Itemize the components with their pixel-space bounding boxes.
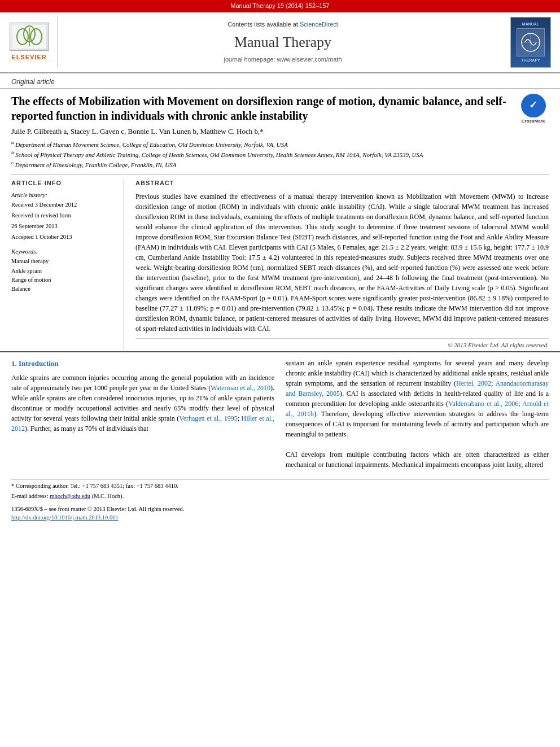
abstract-heading: ABSTRACT bbox=[135, 179, 549, 188]
article-type: Original article bbox=[11, 78, 55, 86]
received-date: Received 3 December 2012 bbox=[11, 200, 116, 209]
article-info-abstract-section: ARTICLE INFO Article history: Received 3… bbox=[11, 174, 549, 350]
keywords-section: Keywords: Manual therapy Ankle sprain Ra… bbox=[11, 247, 116, 294]
sciencedirect-link: Contents lists available at ScienceDirec… bbox=[228, 20, 338, 29]
history-label: Article history: bbox=[11, 191, 116, 199]
affiliation-b: b School of Physical Therapy and Athleti… bbox=[11, 150, 549, 159]
keyword-2: Ankle sprain bbox=[11, 267, 116, 275]
email-link[interactable]: mhoch@odu.edu bbox=[50, 493, 90, 499]
body-left-col: 1. Introduction Ankle sprains are common… bbox=[11, 358, 274, 470]
body-section: 1. Introduction Ankle sprains are common… bbox=[0, 351, 560, 475]
top-banner: ELSEVIER Contents lists available at Sci… bbox=[0, 12, 560, 73]
elsevier-brand-text: ELSEVIER bbox=[11, 53, 46, 62]
footnote-email: E-mail address: mhoch@odu.edu (M.C. Hoch… bbox=[11, 492, 549, 500]
affiliation-b-text: School of Physical Therapy and Athletic … bbox=[14, 151, 423, 158]
journal-header-bar: Manual Therapy 19 (2014) 152–157 bbox=[0, 0, 560, 12]
issn-text: 1356-689X/$ – see front matter © 2013 El… bbox=[11, 505, 549, 513]
doi-anchor[interactable]: http://dx.doi.org/10.1016/j.math.2013.10… bbox=[11, 514, 119, 521]
doi-link: http://dx.doi.org/10.1016/j.math.2013.10… bbox=[11, 513, 549, 522]
hertel-ref[interactable]: Hertel, 2002 bbox=[456, 379, 491, 387]
article-main: The effects of Mobilization with Movemen… bbox=[0, 94, 560, 351]
elsevier-logo-box: ELSEVIER bbox=[7, 17, 58, 68]
abstract-text: Previous studies have examined the effec… bbox=[135, 191, 549, 334]
authors-line: Julie P. Gilbreath a, Stacey L. Gaven c,… bbox=[11, 126, 549, 137]
journal-main-title: Manual Therapy bbox=[234, 32, 331, 53]
journal-cover-image: MANUAL THERAPY bbox=[510, 17, 551, 68]
authors-text: Julie P. Gilbreath a, Stacey L. Gaven c,… bbox=[11, 127, 264, 136]
footnote-corresponding: * Corresponding author. Tel.: +1 757 683… bbox=[11, 482, 549, 490]
journal-homepage: journal homepage: www.elsevier.com/math bbox=[224, 55, 342, 64]
journal-title-center: Contents lists available at ScienceDirec… bbox=[63, 17, 502, 68]
footnote-section: * Corresponding author. Tel.: +1 757 683… bbox=[11, 479, 549, 500]
keyword-4: Balance bbox=[11, 285, 116, 293]
copyright-line: © 2013 Elsevier Ltd. All rights reserved… bbox=[135, 338, 549, 350]
elsevier-logo-image bbox=[10, 23, 49, 51]
accepted-date: Accepted 1 October 2013 bbox=[11, 233, 116, 241]
sciencedirect-anchor[interactable]: ScienceDirect bbox=[300, 21, 338, 28]
article-title-block: The effects of Mobilization with Movemen… bbox=[11, 94, 549, 123]
keyword-3: Range of motion bbox=[11, 276, 116, 284]
anandacoomarasay-ref[interactable]: Anandacoomarasay and Barnsley, 2005 bbox=[286, 379, 549, 397]
revised-date: 26 September 2013 bbox=[11, 222, 116, 230]
abstract-col: ABSTRACT Previous studies have examined … bbox=[135, 179, 549, 350]
affiliation-c-text: Department of Kinesiology, Franklin Coll… bbox=[14, 161, 176, 168]
issn-line: 1356-689X/$ – see front matter © 2013 El… bbox=[0, 501, 560, 522]
article-info-heading: ARTICLE INFO bbox=[11, 179, 116, 188]
intro-right-text: sustain an ankle sprain experience resid… bbox=[286, 358, 549, 470]
crossmark-label: CrossMark bbox=[522, 119, 545, 124]
waterman-ref[interactable]: Waterman et al., 2010 bbox=[211, 384, 270, 392]
body-two-col: 1. Introduction Ankle sprains are common… bbox=[11, 358, 549, 470]
crossmark-icon: ✓ bbox=[521, 94, 546, 118]
affiliation-a-text: Department of Human Movement Science, Co… bbox=[14, 141, 288, 147]
affiliation-a: a Department of Human Movement Science, … bbox=[11, 139, 549, 148]
affiliation-c: c Department of Kinesiology, Franklin Co… bbox=[11, 160, 549, 169]
verhagen-ref[interactable]: Verhagen et al., 1995 bbox=[179, 414, 237, 422]
keyword-1: Manual therapy bbox=[11, 257, 116, 265]
revised-label: Received in revised form bbox=[11, 211, 116, 220]
article-header: Original article bbox=[0, 73, 560, 89]
intro-left-text: Ankle sprains are common injuries occurr… bbox=[11, 373, 274, 434]
article-title-text: The effects of Mobilization with Movemen… bbox=[11, 95, 506, 122]
keywords-label: Keywords: bbox=[11, 247, 116, 256]
article-info-col: ARTICLE INFO Article history: Received 3… bbox=[11, 179, 124, 350]
valderrabano-ref[interactable]: Valderrabano et al., 2006 bbox=[448, 400, 518, 408]
intro-heading: 1. Introduction bbox=[11, 358, 274, 369]
journal-cover-box: MANUAL THERAPY bbox=[508, 17, 553, 68]
crossmark-badge: ✓ CrossMark bbox=[518, 94, 549, 125]
body-right-col: sustain an ankle sprain experience resid… bbox=[286, 358, 549, 470]
journal-citation: Manual Therapy 19 (2014) 152–157 bbox=[230, 2, 329, 9]
